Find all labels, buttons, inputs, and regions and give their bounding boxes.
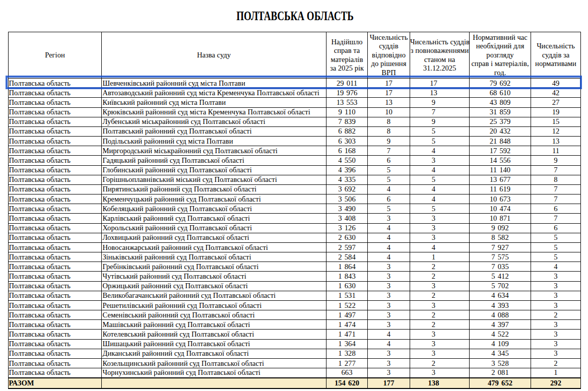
cell-judges-vrp: 7	[368, 146, 410, 156]
table-row[interactable]: Полтавська область Шишацький районний су…	[9, 339, 581, 349]
table-row[interactable]: Полтавська область Чорнухинський районни…	[9, 368, 581, 378]
cell-judges-vrp: 4	[368, 330, 410, 339]
cell-court-name: Гадяцький районний суд Полтавської облас…	[102, 156, 326, 165]
cell-judges-normative: 7	[531, 194, 581, 204]
cell-court-name: Великобагачанський районний суд Полтавсь…	[102, 291, 326, 300]
cell-judges-vrp: 4	[368, 339, 410, 349]
cell-judges-normative: 8	[531, 175, 581, 184]
total-judges-active: 138	[410, 378, 470, 388]
table-row[interactable]: Полтавська область Горішньоплавнівський …	[9, 175, 581, 184]
cell-judges-normative: 15	[531, 117, 581, 126]
cell-judges-normative: 6	[531, 204, 581, 214]
cell-judges-active: 17	[410, 79, 470, 88]
cell-judges-active: 3	[410, 349, 470, 358]
cell-judges-vrp: 5	[368, 204, 410, 214]
cell-court-name: Решетилівський районний суд Полтавської …	[102, 300, 326, 310]
table-row[interactable]: Полтавська область Чутівський районний с…	[9, 272, 581, 281]
cell-normative-time: 9 092	[470, 223, 531, 233]
cell-court-name: Пирятинський районний суд Полтавської об…	[102, 184, 326, 194]
cell-judges-vrp: 3	[368, 358, 410, 368]
total-court-empty	[102, 378, 326, 388]
page-title: ПОЛТАВСЬКА ОБЛАСТЬ	[65, 10, 526, 22]
table-row[interactable]: Полтавська область Глобинський районний …	[9, 165, 581, 175]
cell-judges-vrp: 6	[368, 194, 410, 204]
cell-cases-received: 2 584	[326, 252, 368, 262]
table-row[interactable]: Полтавська область Семенівський районний…	[9, 310, 581, 320]
cell-court-name: Київський районний суд міста Полтави	[102, 98, 326, 107]
table-row[interactable]: Полтавська область Київський районний су…	[9, 98, 581, 107]
table-row[interactable]: Полтавська область Машівський районний с…	[9, 320, 581, 330]
total-row: РАЗОМ 154 620 177 138 479 652 292	[9, 378, 581, 388]
cell-judges-normative: 5	[531, 252, 581, 262]
cell-cases-received: 1 471	[326, 330, 368, 339]
cell-judges-active: 4	[410, 146, 470, 156]
cell-court-name: Кременчуцький районний суд Полтавської о…	[102, 194, 326, 204]
header-judges-active: Чисельність суддів з повноваженнями стан…	[410, 32, 470, 79]
cell-judges-normative: 7	[531, 184, 581, 194]
cell-judges-normative: 9	[531, 156, 581, 165]
table-row[interactable]: Полтавська область Новосанжарський район…	[9, 242, 581, 252]
cell-judges-normative: 3	[531, 291, 581, 300]
cell-judges-active: 5	[410, 204, 470, 214]
table-row[interactable]: Полтавська область Карлівський районний …	[9, 214, 581, 223]
table-row[interactable]: Полтавська область Гребінківський районн…	[9, 262, 581, 272]
table-row[interactable]: Полтавська область Лубенський міськрайон…	[9, 117, 581, 126]
cell-judges-vrp: 3	[368, 291, 410, 300]
cell-region: Полтавська область	[9, 88, 102, 98]
table-row[interactable]: Полтавська область Пирятинський районний…	[9, 184, 581, 194]
cell-court-name: Миргородський міськрайонний суд Полтавсь…	[102, 146, 326, 156]
cell-judges-normative: 3	[531, 300, 581, 310]
cell-cases-received: 19 976	[326, 88, 368, 98]
table-row[interactable]: Полтавська область Козельщинський районн…	[9, 358, 581, 368]
cell-region: Полтавська область	[9, 368, 102, 378]
cell-judges-normative: 42	[531, 88, 581, 98]
table-row[interactable]: Полтавська область Диканський районний с…	[9, 349, 581, 358]
cell-judges-active: 9	[410, 117, 470, 126]
cell-normative-time: 10 871	[470, 214, 531, 223]
table-row[interactable]: Полтавська область Кобеляцький районний …	[9, 204, 581, 214]
cell-cases-received: 1 522	[326, 300, 368, 310]
cell-judges-active: 5	[410, 126, 470, 136]
cell-court-name: Глобинський районний суд Полтавської обл…	[102, 165, 326, 175]
table-row[interactable]: Полтавська область Подільський районний …	[9, 137, 581, 146]
table-row[interactable]: Полтавська область Полтавський районний …	[9, 126, 581, 136]
table-row[interactable]: Полтавська область Великобагачанський ра…	[9, 291, 581, 300]
cell-cases-received: 6 303	[326, 137, 368, 146]
cell-normative-time: 5 412	[470, 272, 531, 281]
table-row[interactable]: Полтавська область Гадяцький районний су…	[9, 156, 581, 165]
cell-cases-received: 1 531	[326, 291, 368, 300]
cell-normative-time: 4 634	[470, 291, 531, 300]
table-row[interactable]: Полтавська область Крюківський районний …	[9, 107, 581, 117]
cell-court-name: Полтавський районний суд Полтавської обл…	[102, 126, 326, 136]
cell-judges-active: 13	[410, 88, 470, 98]
cell-judges-active: 3	[410, 223, 470, 233]
cell-normative-time: 43 809	[470, 98, 531, 107]
cell-cases-received: 1 277	[326, 358, 368, 368]
total-normative-time: 479 652	[470, 378, 531, 388]
table-row[interactable]: Полтавська область Оржицький районний су…	[9, 281, 581, 291]
cell-judges-normative: 4	[531, 262, 581, 272]
table-row[interactable]: Полтавська область Решетилівський районн…	[9, 300, 581, 310]
cell-normative-time: 7 575	[470, 252, 531, 262]
table-row[interactable]: Полтавська область Котелевський районний…	[9, 330, 581, 339]
cell-normative-time: 25 379	[470, 117, 531, 126]
cell-judges-normative: 12	[531, 126, 581, 136]
cell-judges-normative: 3	[531, 272, 581, 281]
cell-normative-time: 79 692	[470, 79, 531, 88]
table-row[interactable]: Полтавська область Автозаводський районн…	[9, 88, 581, 98]
table-row[interactable]: Полтавська область Зіньківський районний…	[9, 252, 581, 262]
cell-judges-active: 3	[410, 300, 470, 310]
cell-judges-vrp: 4	[368, 252, 410, 262]
table-row[interactable]: Полтавська область Миргородський міськра…	[9, 146, 581, 156]
cell-region: Полтавська область	[9, 107, 102, 117]
cell-judges-active: 3	[410, 233, 470, 242]
table-row[interactable]: Полтавська область Кременчуцький районни…	[9, 194, 581, 204]
cell-cases-received: 1 843	[326, 272, 368, 281]
cell-judges-active: 3	[410, 339, 470, 349]
table-row[interactable]: Полтавська область Хорольський районний …	[9, 223, 581, 233]
cell-normative-time: 10 474	[470, 204, 531, 214]
cell-judges-active: 7	[410, 107, 470, 117]
table-row[interactable]: Полтавська область Шевченківський районн…	[9, 79, 581, 88]
table-row[interactable]: Полтавська область Лохвицький районний с…	[9, 233, 581, 242]
cell-cases-received: 1 364	[326, 339, 368, 349]
